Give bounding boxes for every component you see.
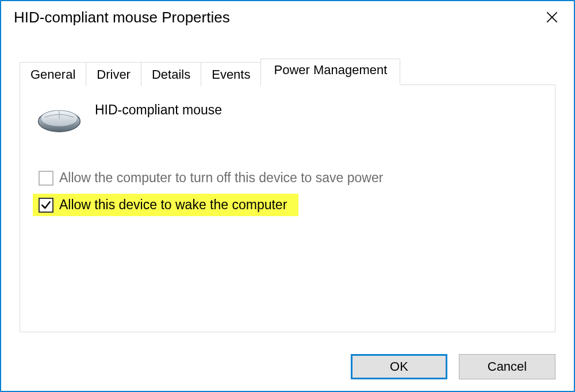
- tab-general[interactable]: General: [20, 62, 86, 86]
- device-name: HID-compliant mouse: [95, 102, 222, 118]
- tab-panel-power: HID-compliant mouse Allow the computer t…: [20, 84, 555, 332]
- option-turn-off-device: Allow the computer to turn off this devi…: [33, 167, 545, 189]
- close-icon[interactable]: [540, 6, 564, 29]
- label-wake: Allow this device to wake the computer: [59, 197, 287, 213]
- tab-driver[interactable]: Driver: [86, 62, 141, 86]
- label-turn-off: Allow the computer to turn off this devi…: [59, 170, 383, 186]
- tab-events[interactable]: Events: [201, 62, 261, 86]
- cancel-button[interactable]: Cancel: [459, 354, 555, 379]
- checkbox-wake[interactable]: [39, 198, 53, 213]
- tabbar: General Driver Details Events Power Mana…: [20, 59, 555, 85]
- window-title: HID-compliant mouse Properties: [14, 9, 230, 26]
- dialog-body: General Driver Details Events Power Mana…: [1, 33, 574, 344]
- tab-power-management[interactable]: Power Management: [260, 59, 400, 85]
- mouse-icon: [35, 101, 83, 136]
- tab-details[interactable]: Details: [141, 62, 201, 86]
- ok-button[interactable]: OK: [351, 354, 447, 379]
- button-bar: OK Cancel: [1, 344, 574, 391]
- checkbox-turn-off: [39, 171, 53, 186]
- device-header: HID-compliant mouse: [35, 101, 545, 136]
- option-wake-computer[interactable]: Allow this device to wake the computer: [33, 194, 298, 216]
- titlebar: HID-compliant mouse Properties: [1, 1, 574, 33]
- properties-window: HID-compliant mouse Properties General D…: [0, 0, 575, 392]
